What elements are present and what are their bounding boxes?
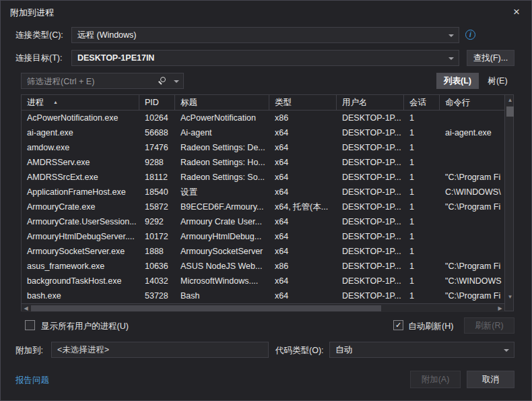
column-header-cmdline[interactable]: 命令行 <box>440 95 504 110</box>
cell-name: ArmouryCrate.UserSession... <box>22 214 139 229</box>
cell-session: 1 <box>404 185 440 199</box>
cell-cmd: "C:\WINDOWS <box>440 274 504 288</box>
cell-title: Radeon Settings: So... <box>175 170 269 185</box>
auto-refresh-checkbox[interactable]: ✓ <box>393 320 403 330</box>
cell-cmd: "C:\Program Fi <box>440 259 504 274</box>
table-row[interactable]: AMDRSServ.exe9288Radeon Settings: Ho...x… <box>22 155 504 170</box>
attach-to-process-dialog: 附加到进程 × 连接类型(C): 远程 (Windows) i 连接目标(T):… <box>0 0 532 401</box>
column-header-session[interactable]: 会话 <box>404 95 440 110</box>
cell-session: 1 <box>404 140 440 155</box>
cell-pid: 10264 <box>139 111 175 125</box>
search-icon[interactable] <box>160 77 166 82</box>
filter-process-input[interactable]: 筛选进程(Ctrl + E) <box>21 73 184 89</box>
cell-user: DESKTOP-1P... <box>337 199 404 214</box>
cell-title: Armoury Crate User... <box>175 214 269 229</box>
connection-target-combo[interactable]: DESKTOP-1PE17IN <box>71 50 459 66</box>
attach-to-field[interactable]: <未选择进程> <box>51 342 269 358</box>
cell-cmd <box>440 111 504 125</box>
table-row[interactable]: backgroundTaskHost.exe14032MicrosoftWind… <box>22 274 504 288</box>
code-type-combo[interactable]: 自动 <box>329 342 514 358</box>
cell-cmd <box>440 229 504 244</box>
cell-type: x64 <box>269 155 337 170</box>
cell-title: MicrosoftWindows.... <box>175 274 269 288</box>
cell-session: 1 <box>404 274 440 288</box>
cell-cmd: C:\WINDOWS\ <box>440 185 504 199</box>
column-header-title[interactable]: 标题 <box>175 95 269 110</box>
cell-type: x64 <box>269 185 337 199</box>
table-row[interactable]: ArmouryCrate.exe15872B9ECED6F.Armoury...… <box>22 199 504 214</box>
show-all-users-label[interactable]: 显示所有用户的进程(U) <box>41 321 129 332</box>
show-all-users-checkbox[interactable] <box>25 320 35 330</box>
cell-pid: 15872 <box>139 199 175 214</box>
table-row[interactable]: amdow.exe17476Radeon Settings: De...x64D… <box>22 140 504 155</box>
cell-cmd <box>440 214 504 229</box>
cell-pid: 1888 <box>139 244 175 259</box>
scroll-up-icon[interactable]: ▲ <box>505 97 515 103</box>
cell-user: DESKTOP-1P... <box>337 214 404 229</box>
table-row[interactable]: asus_framework.exe10636ASUS NodeJS Web..… <box>22 259 504 274</box>
scroll-right-icon[interactable]: ▶ <box>496 304 504 313</box>
cell-pid: 18112 <box>139 170 175 185</box>
cell-cmd <box>440 155 504 170</box>
table-row[interactable]: AcPowerNotification.exe10264AcPowerNotif… <box>22 111 504 125</box>
view-list-button[interactable]: 列表(L) <box>436 73 479 89</box>
scroll-left-icon[interactable]: ◀ <box>22 304 30 313</box>
attach-button[interactable]: 附加(A) <box>410 371 461 388</box>
report-problem-link[interactable]: 报告问题 <box>15 375 49 386</box>
process-table: 进程▲ PID 标题 类型 用户名 会话 命令行 AcPowerNotifica… <box>21 94 514 311</box>
cell-session: 1 <box>404 170 440 185</box>
refresh-button[interactable]: 刷新(R) <box>464 317 514 334</box>
cell-type: x64, 托管(本... <box>269 199 337 214</box>
connection-target-value: DESKTOP-1PE17IN <box>77 53 154 63</box>
connection-type-label: 连接类型(C): <box>15 30 63 41</box>
cell-title: ArmouryHtmlDebug... <box>175 229 269 244</box>
cell-pid: 17476 <box>139 140 175 155</box>
code-type-value: 自动 <box>335 345 352 354</box>
cell-user: DESKTOP-1P... <box>337 140 404 155</box>
column-header-user[interactable]: 用户名 <box>337 95 404 110</box>
table-row[interactable]: ai-agent.exe56688Ai-agentx64DESKTOP-1P..… <box>22 125 504 140</box>
cell-type: x64 <box>269 244 337 259</box>
column-header-pid[interactable]: PID <box>139 95 175 110</box>
chevron-down-icon <box>448 57 454 60</box>
cell-user: DESKTOP-1P... <box>337 155 404 170</box>
cell-type: x64 <box>269 274 337 288</box>
cell-pid: 53728 <box>139 288 175 303</box>
cell-name: ai-agent.exe <box>22 125 139 140</box>
connection-type-combo[interactable]: 远程 (Windows) <box>71 27 459 43</box>
column-header-process[interactable]: 进程▲ <box>22 95 139 110</box>
cell-name: backgroundTaskHost.exe <box>22 274 139 288</box>
cell-type: x64 <box>269 229 337 244</box>
cell-title: ASUS NodeJS Web... <box>175 259 269 274</box>
scroll-down-icon[interactable]: ▼ <box>505 294 515 300</box>
cancel-button[interactable]: 取消 <box>467 371 514 388</box>
cell-title: Bash <box>175 288 269 303</box>
horizontal-scroll-thumb[interactable] <box>31 305 381 311</box>
table-row[interactable]: ArmouryHtmlDebugServer....10172ArmouryHt… <box>22 229 504 244</box>
table-row[interactable]: ArmourySocketServer.exe1888ArmourySocket… <box>22 244 504 259</box>
table-row[interactable]: ArmouryCrate.UserSession...9292Armoury C… <box>22 214 504 229</box>
cell-type: x64 <box>269 140 337 155</box>
cell-session: 1 <box>404 125 440 140</box>
cell-name: ArmouryCrate.exe <box>22 199 139 214</box>
table-row[interactable]: bash.exe53728Bashx64DESKTOP-1P...1"C:\Pr… <box>22 288 504 303</box>
vertical-scroll-thumb[interactable] <box>506 106 514 117</box>
cell-name: AcPowerNotification.exe <box>22 111 139 125</box>
vertical-scrollbar[interactable]: ▲ ▼ <box>504 95 513 311</box>
horizontal-scrollbar[interactable]: ◀ ▶ <box>22 303 504 312</box>
info-icon[interactable]: i <box>465 30 475 40</box>
cell-cmd <box>440 244 504 259</box>
cell-title: ArmourySocketServer <box>175 244 269 259</box>
close-icon[interactable]: × <box>508 4 525 20</box>
auto-refresh-label[interactable]: 自动刷新(H) <box>408 321 453 332</box>
find-button[interactable]: 查找(F)... <box>467 50 514 66</box>
column-header-type[interactable]: 类型 <box>269 95 337 110</box>
chevron-down-icon[interactable] <box>174 80 179 83</box>
table-row[interactable]: AMDRSSrcExt.exe18112Radeon Settings: So.… <box>22 170 504 185</box>
cell-session: 1 <box>404 288 440 303</box>
table-row[interactable]: ApplicationFrameHost.exe18540设置x64DESKTO… <box>22 185 504 199</box>
view-tree-button[interactable]: 树(E) <box>481 73 514 89</box>
cell-cmd: ai-agent.exe <box>440 125 504 140</box>
cell-user: DESKTOP-1P... <box>337 244 404 259</box>
cell-session: 1 <box>404 259 440 274</box>
